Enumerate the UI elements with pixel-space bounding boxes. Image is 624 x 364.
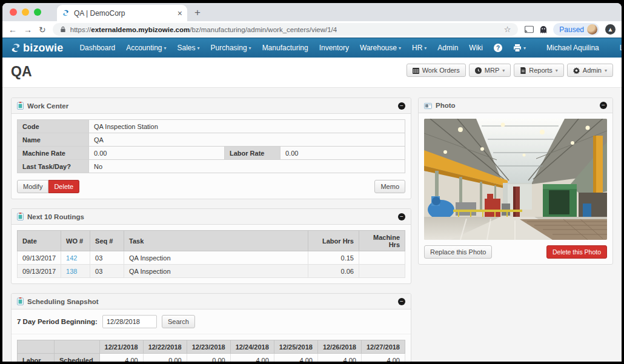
scheduling-table: 12/21/201812/22/201812/23/201812/24/2018…: [17, 340, 405, 362]
collapse-icon[interactable]: −: [600, 102, 607, 109]
routings-column-header: Machine Hrs: [359, 231, 405, 251]
nav-dashboard[interactable]: Dashboard: [74, 44, 121, 52]
extension-ghost-icon[interactable]: [540, 25, 547, 34]
minimize-window-button[interactable]: [22, 8, 29, 16]
routing-row: 09/13/201714203QA Inspection0.15: [18, 251, 405, 265]
admin-button[interactable]: Admin ▾: [567, 64, 613, 77]
bookmark-star-icon[interactable]: ☆: [504, 25, 511, 34]
routings-column-header: Date: [18, 231, 61, 251]
collapse-icon[interactable]: −: [398, 298, 405, 305]
field-label: Labor Rate: [225, 147, 280, 160]
routing-machine-hrs: [359, 265, 405, 278]
routings-column-header: Seq #: [90, 231, 124, 251]
chevron-down-icon: ▾: [249, 45, 251, 51]
back-icon[interactable]: ←: [8, 25, 17, 34]
schedule-value-cell: 0.00: [187, 354, 230, 362]
replace-photo-button[interactable]: Replace this Photo: [424, 245, 492, 259]
tab-close-icon[interactable]: ×: [178, 8, 182, 18]
photo-icon: [424, 102, 432, 109]
url-domain: externaldemo.mybizowie.com: [91, 26, 190, 33]
paused-extension-badge[interactable]: Paused: [553, 23, 599, 36]
field-label: Code: [18, 120, 89, 133]
routing-wo-link[interactable]: 138: [66, 268, 77, 275]
nav-admin[interactable]: Admin: [432, 44, 463, 52]
address-bar[interactable]: https://externaldemo.mybizowie.com/bz/ma…: [53, 23, 519, 36]
work-center-photo: [419, 113, 612, 245]
work-orders-button[interactable]: Work Orders: [407, 64, 466, 77]
routings-table: DateWO #Seq #TaskLabor HrsMachine Hrs 09…: [17, 230, 405, 278]
schedule-metric-label: Scheduled: [55, 354, 100, 362]
factory-photo-image: [424, 119, 607, 240]
page-title: QA: [11, 64, 32, 80]
collapse-icon[interactable]: −: [398, 102, 405, 110]
toolbar-extensions: Paused ▲: [525, 23, 616, 36]
nav-warehouse[interactable]: Warehouse▾: [354, 44, 407, 52]
memo-button[interactable]: Memo: [374, 180, 405, 193]
chevron-down-icon: ▾: [424, 45, 427, 51]
routing-seq: 03: [90, 251, 124, 265]
modify-button[interactable]: Modify: [17, 180, 48, 193]
routing-task: QA Inspection: [124, 265, 308, 278]
clipboard-icon: [17, 102, 24, 110]
page-header: QA Work Orders MRP ▾ Reports ▾: [2, 58, 622, 88]
period-date-input[interactable]: [102, 315, 157, 328]
panel-title: Photo: [436, 102, 456, 109]
forward-icon[interactable]: →: [24, 25, 32, 34]
bizowie-logo[interactable]: bizowie: [11, 42, 63, 55]
nav-manufacturing[interactable]: Manufacturing: [257, 44, 314, 52]
chevron-down-icon: ▾: [164, 45, 167, 51]
delete-photo-button[interactable]: Delete this Photo: [546, 245, 607, 259]
gear-icon: [573, 67, 580, 74]
routing-date: 09/13/2017: [18, 265, 61, 278]
paused-label: Paused: [559, 25, 584, 34]
schedule-date-header: 12/24/2018: [230, 340, 274, 354]
nav-hr[interactable]: HR▾: [407, 44, 432, 52]
routing-labor-hrs: 0.06: [308, 265, 359, 278]
routing-wo-cell: 138: [61, 265, 90, 278]
browser-window: QA | DemoCorp × + ← → ↻ https://external…: [2, 3, 622, 362]
filter-label: 7 Day Period Beginning:: [17, 318, 98, 325]
nav-sales[interactable]: Sales▾: [172, 44, 205, 52]
zoom-window-button[interactable]: [34, 8, 41, 16]
schedule-row: LaborScheduled4.000.000.004.004.004.004.…: [18, 354, 405, 362]
new-tab-button[interactable]: +: [194, 7, 201, 19]
field-label: Name: [18, 133, 89, 147]
routings-column-header: Labor Hrs: [308, 231, 359, 251]
nav-inventory[interactable]: Inventory: [314, 44, 354, 52]
nav-wiki[interactable]: Wiki: [463, 44, 488, 52]
close-window-button[interactable]: [10, 8, 17, 16]
user-menu[interactable]: Michael Aquilina: [541, 44, 605, 52]
page-content: Work Center − Code QA Inspection Station…: [2, 88, 622, 362]
page-toolbar: Work Orders MRP ▾ Reports ▾ Adm: [407, 64, 613, 77]
report-book-icon: [520, 67, 526, 74]
nav-purchasing[interactable]: Purchasing▾: [205, 44, 257, 52]
print-menu[interactable]: ▾: [508, 44, 531, 52]
routing-machine-hrs: [359, 251, 405, 265]
schedule-value-cell: 4.00: [361, 354, 405, 362]
tab-bar: QA | DemoCorp × +: [2, 3, 622, 21]
routing-wo-link[interactable]: 142: [66, 254, 77, 262]
scheduling-filter: 7 Day Period Beginning: Search: [12, 309, 411, 334]
panel-title: Scheduling Snapshot: [27, 298, 99, 305]
browser-update-icon[interactable]: ▲: [605, 24, 616, 35]
clipboard-icon: [17, 297, 24, 305]
routing-wo-cell: 142: [61, 251, 90, 265]
chevron-down-icon: ▾: [556, 68, 558, 73]
reload-icon[interactable]: ↻: [39, 25, 46, 34]
nav-help[interactable]: ?: [488, 44, 508, 52]
routing-row: 09/13/201713803QA Inspection0.06: [18, 265, 405, 278]
reports-button[interactable]: Reports ▾: [514, 64, 564, 77]
cast-icon[interactable]: [525, 25, 534, 33]
app-navbar: bizowie Dashboard Accounting▾ Sales▾ Pur…: [2, 38, 622, 58]
schedule-date-header: 12/22/2018: [143, 340, 187, 354]
collapse-icon[interactable]: −: [398, 213, 405, 220]
code-value: QA Inspection Station: [89, 120, 405, 133]
delete-button[interactable]: Delete: [48, 180, 79, 193]
nav-accounting[interactable]: Accounting▾: [121, 44, 171, 52]
search-button[interactable]: Search: [162, 315, 195, 328]
browser-tab[interactable]: QA | DemoCorp ×: [57, 5, 187, 21]
logout-link[interactable]: Log Out: [614, 44, 622, 52]
schedule-date-header: 12/23/2018: [187, 340, 230, 354]
mrp-button[interactable]: MRP ▾: [469, 64, 511, 77]
profile-avatar: [587, 24, 597, 35]
